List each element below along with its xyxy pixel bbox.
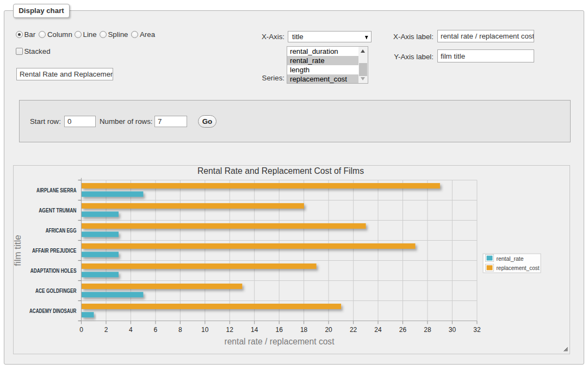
svg-text:Rental Rate and Replacement Co: Rental Rate and Replacement Cost of Film…: [197, 166, 364, 176]
svg-text:ADAPTATION HOLES: ADAPTATION HOLES: [30, 268, 77, 274]
svg-text:ACE GOLDFINGER: ACE GOLDFINGER: [35, 288, 77, 294]
svg-text:AFFAIR PREJUDICE: AFFAIR PREJUDICE: [32, 248, 77, 254]
svg-text:16: 16: [276, 326, 283, 334]
svg-text:rental_rate: rental_rate: [497, 255, 524, 262]
svg-text:10: 10: [201, 326, 209, 334]
svg-text:24: 24: [374, 326, 382, 334]
svg-text:AGENT TRUMAN: AGENT TRUMAN: [39, 208, 76, 214]
svg-text:30: 30: [449, 326, 456, 334]
svg-text:2: 2: [104, 326, 108, 334]
svg-text:28: 28: [424, 326, 431, 334]
svg-text:20: 20: [325, 326, 332, 334]
svg-text:4: 4: [129, 326, 133, 334]
svg-text:12: 12: [226, 326, 234, 334]
svg-text:14: 14: [251, 326, 258, 334]
svg-text:rental rate / replacement cost: rental rate / replacement cost: [225, 337, 335, 346]
svg-text:0: 0: [79, 326, 83, 334]
svg-text:22: 22: [350, 326, 357, 334]
svg-text:AIRPLANE SIERRA: AIRPLANE SIERRA: [36, 187, 77, 193]
svg-text:6: 6: [154, 326, 158, 334]
svg-text:film title: film title: [14, 235, 22, 266]
svg-text:26: 26: [399, 326, 407, 334]
svg-text:AFRICAN EGG: AFRICAN EGG: [46, 228, 77, 234]
svg-text:8: 8: [178, 326, 182, 334]
svg-text:replacement_cost: replacement_cost: [497, 265, 540, 271]
svg-text:32: 32: [473, 326, 481, 334]
svg-text:18: 18: [300, 326, 308, 334]
svg-text:ACADEMY DINOSAUR: ACADEMY DINOSAUR: [29, 308, 77, 314]
